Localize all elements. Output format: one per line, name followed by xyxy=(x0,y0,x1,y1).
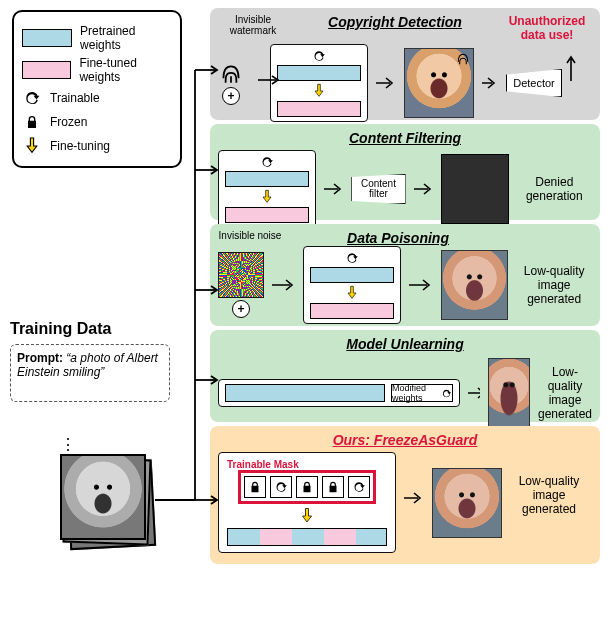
mask-trainable-icon xyxy=(270,476,292,498)
trainable-icon xyxy=(441,388,452,399)
trainable-icon xyxy=(260,155,274,169)
panel-poison: Invisible noise Data Poisoning + Low-qua… xyxy=(210,224,600,326)
filter-result: Denied generation xyxy=(517,175,592,203)
panel-copyright: Invisible watermark Copyright Detection … xyxy=(210,8,600,120)
einstein-photo xyxy=(62,456,144,538)
arrow-right-icon xyxy=(409,279,432,291)
finetune-arrow-icon xyxy=(345,285,359,301)
prompt-label: Prompt: “a photo of Albert Einstein smil… xyxy=(17,351,158,379)
fingerprint-icon xyxy=(218,61,244,87)
legend-frozen: Frozen xyxy=(22,112,172,132)
ours-result: Low-quality image generated xyxy=(510,474,588,516)
modified-weights-box: Modified weights xyxy=(391,384,453,402)
prompt-card: Prompt: “a photo of Albert Einstein smil… xyxy=(10,344,170,402)
legend-finetuning-label: Fine-tuning xyxy=(50,139,110,153)
modified-weights-label: Modified weights xyxy=(392,383,439,403)
arrow-right-icon xyxy=(468,387,480,399)
panel-filter-title: Content Filtering xyxy=(218,130,592,146)
ours-model: Trainable Mask xyxy=(218,452,396,553)
finetuned-bar xyxy=(310,303,394,319)
copyright-output-image xyxy=(404,48,474,118)
finetune-arrow-icon xyxy=(312,83,326,99)
panel-copyright-title: Copyright Detection xyxy=(288,14,502,42)
mask-label: Trainable Mask xyxy=(227,459,299,470)
unlearn-model: Modified weights xyxy=(218,379,460,407)
finetuned-bar xyxy=(225,207,309,223)
poison-output-image xyxy=(441,250,509,320)
detector-label: Detector xyxy=(513,77,555,89)
arrow-right-icon xyxy=(482,77,498,89)
finetune-arrow-icon xyxy=(260,189,274,205)
unlearn-result: Low-quality image generated xyxy=(538,365,592,421)
noise-label: Invisible noise xyxy=(218,230,282,246)
mixed-weights-bar xyxy=(227,528,387,546)
mask-frozen-icon xyxy=(296,476,318,498)
trainable-icon xyxy=(22,88,42,108)
legend-finetuned: Fine-tuned weights xyxy=(22,56,172,84)
swatch-pretrained xyxy=(22,29,72,47)
mask-frozen-icon xyxy=(322,476,344,498)
detector-block: Detector xyxy=(506,69,562,97)
ours-output-image xyxy=(432,468,502,538)
trainable-icon xyxy=(345,251,359,265)
watermark-label: Invisible watermark xyxy=(218,14,288,42)
plus-icon: + xyxy=(232,300,250,318)
pretrained-bar xyxy=(310,267,394,283)
legend-finetuned-label: Fine-tuned weights xyxy=(79,56,172,84)
content-filter-block: Content filter xyxy=(351,174,405,204)
denied-output-image xyxy=(441,154,509,224)
panel-unlearn-title: Model Unlearning xyxy=(218,336,592,352)
finetune-arrow-icon xyxy=(299,507,315,525)
pretrained-bar xyxy=(225,171,309,187)
copyright-model xyxy=(270,44,368,122)
trainable-icon xyxy=(312,49,326,63)
legend-pretrained: Pretrained weights xyxy=(22,24,172,52)
arrow-right-icon xyxy=(414,183,433,195)
fingerprint-icon xyxy=(455,51,471,67)
filter-model xyxy=(218,150,316,228)
legend-finetuning: Fine-tuning xyxy=(22,136,172,156)
mask-frozen-icon xyxy=(244,476,266,498)
poison-model xyxy=(303,246,401,324)
poison-result: Low-quality image generated xyxy=(516,264,592,306)
finetuned-bar xyxy=(277,101,361,117)
copyright-alert: Unauthorized data use! xyxy=(502,14,592,42)
arrow-right-icon xyxy=(272,279,295,291)
frozen-icon xyxy=(22,112,42,132)
legend-trainable-label: Trainable xyxy=(50,91,100,105)
arrow-right-icon xyxy=(404,492,424,504)
unlearn-output-image xyxy=(488,358,530,428)
training-image-stack xyxy=(60,454,156,550)
panel-ours: Ours: FreezeAsGuard Trainable Mask Low-q… xyxy=(210,426,600,564)
training-heading: Training Data xyxy=(10,320,190,338)
prompt-label-bold: Prompt: xyxy=(17,351,63,365)
arrow-right-icon xyxy=(324,183,343,195)
finetune-arrow-icon xyxy=(22,136,42,156)
arrow-up-icon xyxy=(566,51,576,81)
legend-trainable: Trainable xyxy=(22,88,172,108)
panel-filter: Content Filtering Content filter Denied … xyxy=(210,124,600,220)
arrow-right-icon xyxy=(376,77,396,89)
training-data-block: Training Data Prompt: “a photo of Albert… xyxy=(10,320,190,402)
pretrained-bar xyxy=(277,65,361,81)
content-filter-label: Content filter xyxy=(352,179,404,199)
trainable-mask xyxy=(238,470,376,504)
swatch-finetuned xyxy=(22,61,71,79)
plus-icon: + xyxy=(222,87,240,105)
svg-text:⋮: ⋮ xyxy=(60,436,76,453)
legend-box: Pretrained weights Fine-tuned weights Tr… xyxy=(12,10,182,168)
noise-thumbnail xyxy=(218,252,264,298)
panel-ours-title: Ours: FreezeAsGuard xyxy=(218,432,592,448)
legend-frozen-label: Frozen xyxy=(50,115,87,129)
panel-poison-title: Data Poisoning xyxy=(282,230,514,246)
panel-unlearn: Model Unlearning Modified weights Low-qu… xyxy=(210,330,600,422)
mask-trainable-icon xyxy=(348,476,370,498)
legend-pretrained-label: Pretrained weights xyxy=(80,24,172,52)
pretrained-bar-long xyxy=(225,384,385,402)
stack-photo-front xyxy=(60,454,146,540)
